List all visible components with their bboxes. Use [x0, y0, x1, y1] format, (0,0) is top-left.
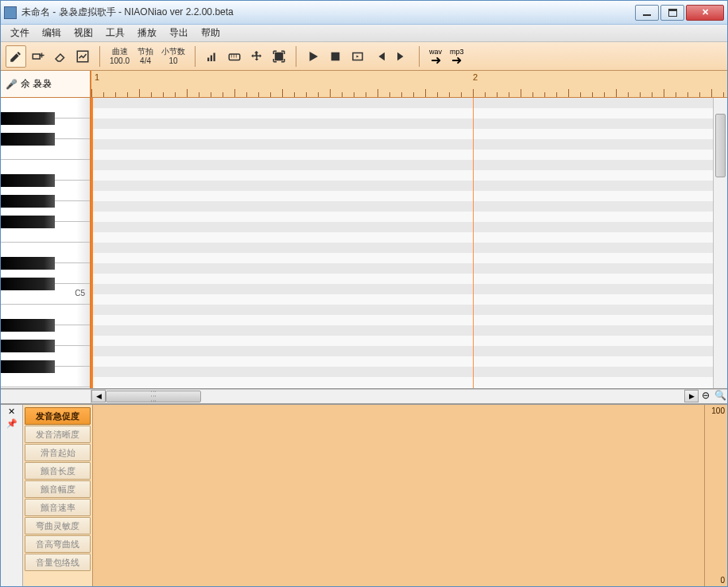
eraser-icon: [53, 49, 68, 64]
panel-close-button[interactable]: ✕: [8, 406, 15, 417]
parameter-panel: ✕ 📌 歌声参数 发音急促度发音清晰度滑音起始颤音长度颤音幅度颤音速率弯曲灵敏度…: [1, 403, 727, 586]
prev-icon: [373, 49, 387, 64]
app-icon: [4, 6, 17, 19]
next-icon: [395, 49, 409, 64]
ruler-mark-2: 2: [473, 72, 478, 82]
beat-label: 节拍: [137, 47, 153, 56]
chart-icon: [76, 49, 90, 64]
parameter-list: 发音急促度发音清晰度滑音起始颤音长度颤音幅度颤音速率弯曲灵敏度音高弯曲线音量包络…: [23, 405, 93, 586]
measures-display[interactable]: 小节数 10: [158, 47, 188, 66]
pianoroll: C5: [1, 98, 727, 389]
playhead[interactable]: [91, 98, 93, 388]
track-header-row: 🎤 余 袅袅 1 2: [1, 71, 727, 98]
menu-export[interactable]: 导出: [163, 25, 195, 41]
hscroll-thumb[interactable]: [106, 391, 201, 402]
play-button[interactable]: [303, 45, 323, 68]
menu-file[interactable]: 文件: [4, 25, 36, 41]
menu-help[interactable]: 帮助: [195, 25, 227, 41]
move-button[interactable]: [246, 45, 267, 68]
add-note-button[interactable]: [28, 45, 48, 68]
black-key[interactable]: [1, 340, 55, 352]
param-button-8[interactable]: 音量包络线: [25, 554, 91, 571]
scale-min: 0: [720, 576, 725, 585]
fullscreen-icon: [272, 49, 286, 64]
measures-value: 10: [168, 56, 177, 66]
beat-display[interactable]: 节拍 4/4: [134, 47, 157, 66]
param-button-2[interactable]: 滑音起始: [25, 444, 91, 461]
measures-label: 小节数: [161, 47, 185, 56]
timeline-ruler[interactable]: 1 2: [91, 71, 727, 97]
param-button-0[interactable]: 发音急促度: [25, 407, 91, 425]
param-button-3[interactable]: 颤音长度: [25, 462, 91, 480]
svg-rect-5: [229, 54, 240, 60]
minimize-button[interactable]: [635, 5, 659, 21]
black-key[interactable]: [1, 112, 55, 125]
black-key[interactable]: [1, 133, 55, 146]
tempo-value: 100.0: [110, 56, 130, 66]
black-key[interactable]: [1, 360, 55, 373]
param-button-6[interactable]: 弯曲灵敏度: [25, 517, 91, 535]
next-button[interactable]: [392, 45, 412, 68]
svg-rect-0: [33, 54, 40, 59]
menu-play[interactable]: 播放: [131, 25, 163, 41]
pencil-tool-button[interactable]: [6, 45, 26, 68]
export-wav-button[interactable]: wav ➜: [426, 48, 445, 65]
menu-edit[interactable]: 编辑: [36, 25, 68, 41]
export-mp3-button[interactable]: mp3 ➜: [447, 48, 467, 65]
toolbar: 曲速 100.0 节拍 4/4 小节数 10: [1, 42, 727, 71]
mic-icon: 🎤: [6, 79, 17, 90]
param-button-1[interactable]: 发音清晰度: [25, 426, 91, 443]
prev-button[interactable]: [370, 45, 390, 68]
param-button-4[interactable]: 颤音幅度: [25, 480, 91, 498]
key-label-c5: C5: [75, 289, 85, 297]
tempo-label: 曲速: [112, 47, 128, 56]
param-button-5[interactable]: 颤音速率: [25, 499, 91, 516]
loop-button[interactable]: [347, 45, 368, 68]
menu-view[interactable]: 视图: [68, 25, 99, 41]
stop-icon: [328, 49, 343, 64]
hscroll-right-button[interactable]: ▶: [684, 390, 699, 402]
bars-button[interactable]: [202, 45, 223, 68]
vertical-scrollbar[interactable]: [713, 98, 727, 388]
zoom-in-button[interactable]: 🔍: [713, 390, 727, 403]
menu-tools[interactable]: 工具: [99, 25, 131, 41]
close-button[interactable]: [686, 5, 724, 21]
arrow-right-icon: ➜: [451, 56, 462, 65]
note-grid[interactable]: [91, 98, 713, 388]
app-window: 未命名 - 袅袅虚拟歌手 - NIAONiao ver 2.2.00.beta …: [0, 0, 728, 587]
black-key[interactable]: [1, 319, 55, 332]
parameter-canvas[interactable]: [93, 405, 705, 586]
black-key[interactable]: [1, 257, 55, 270]
stop-button[interactable]: [325, 45, 346, 68]
window-title: 未命名 - 袅袅虚拟歌手 - NIAONiao ver 2.2.00.beta: [21, 6, 633, 19]
black-key[interactable]: [1, 278, 55, 290]
black-key[interactable]: [1, 174, 55, 187]
track-header[interactable]: 🎤 余 袅袅: [1, 71, 91, 97]
black-key[interactable]: [1, 195, 55, 208]
chart-button[interactable]: [72, 45, 93, 68]
svg-rect-6: [275, 52, 284, 60]
main-area: 🎤 余 袅袅 1 2 C5 ◀: [1, 71, 727, 586]
keyboard-button[interactable]: [224, 45, 245, 68]
play-icon: [306, 49, 320, 64]
plus-rect-icon: [31, 49, 45, 64]
black-key[interactable]: [1, 216, 55, 228]
arrow-right-icon: ➜: [431, 56, 441, 65]
param-button-7[interactable]: 音高弯曲线: [25, 535, 91, 553]
eraser-tool-button[interactable]: [50, 45, 71, 68]
pencil-icon: [9, 49, 23, 64]
vscroll-thumb[interactable]: [715, 114, 726, 177]
menubar: 文件 编辑 视图 工具 播放 导出 帮助: [1, 25, 727, 42]
hscroll-left-button[interactable]: ◀: [91, 390, 106, 402]
fullscreen-button[interactable]: [269, 45, 289, 68]
zoom-out-button[interactable]: ⊖: [699, 390, 713, 403]
tempo-display[interactable]: 曲速 100.0: [106, 47, 133, 66]
singer-name: 余 袅袅: [21, 77, 52, 91]
keyboard-icon: [227, 49, 242, 64]
piano-keyboard[interactable]: C5: [1, 98, 91, 388]
titlebar: 未命名 - 袅袅虚拟歌手 - NIAONiao ver 2.2.00.beta: [1, 1, 727, 25]
horizontal-scrollbar[interactable]: ◀ ▶: [91, 390, 699, 403]
panel-pin-button[interactable]: 📌: [6, 418, 17, 429]
maximize-button[interactable]: [660, 5, 684, 21]
svg-rect-7: [331, 52, 340, 60]
